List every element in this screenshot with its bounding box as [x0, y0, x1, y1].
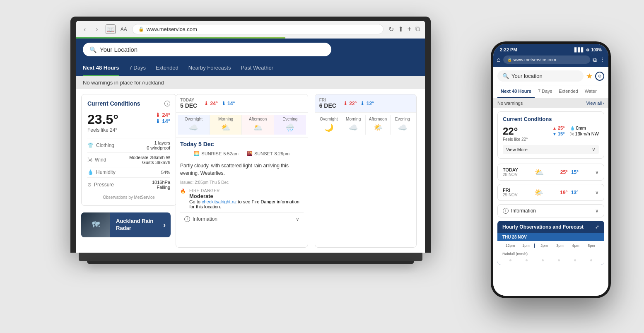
- sunset-time: 8:29pm: [275, 151, 290, 156]
- phone-fc-today-high: 25°: [560, 169, 568, 175]
- favorite-icon[interactable]: ★: [586, 72, 593, 81]
- hourly-dot-5: [567, 259, 583, 261]
- phone-tab-next-48[interactable]: Next 48 Hours: [497, 85, 535, 98]
- overnight-label: Overnight: [178, 117, 209, 121]
- phone-info-left: i Information: [503, 208, 536, 214]
- view-more-chevron: ∨: [592, 147, 596, 152]
- forward-button[interactable]: ›: [93, 25, 100, 34]
- sunrise-time: 5:52am: [223, 151, 239, 156]
- fri-periods: Overnight 🌙 Morning ☁️ Afte: [315, 112, 416, 137]
- back-button[interactable]: ‹: [81, 25, 88, 34]
- phone-hourly-expand-icon[interactable]: ⤢: [595, 224, 599, 230]
- bookmarks-button[interactable]: 📖: [106, 24, 116, 34]
- phone-hourly-title: Hourly Observations and Forecast: [502, 224, 584, 230]
- phone-tabs-icon[interactable]: ⧉: [593, 56, 597, 63]
- tabs-button[interactable]: ⧉: [415, 25, 420, 33]
- cc-high-temp: 🌡 24°: [155, 112, 170, 118]
- phone-search-icon: 🔍: [502, 73, 509, 79]
- cc-temperature: 23.5°: [87, 112, 118, 127]
- fri-date: 6 DEC: [319, 102, 336, 109]
- current-conditions-card: Current Conditions i 23.5° Feels like 24…: [81, 94, 176, 206]
- phone-fc-fri-icon: 🌤️: [534, 188, 543, 197]
- sunset-block: 🌇 SUNSET 8:29pm: [247, 151, 289, 156]
- cc-temp-block: 23.5° Feels like 24°: [87, 112, 118, 138]
- humidity-value: 54%: [161, 170, 170, 175]
- info-bar[interactable]: i Information ∨: [180, 212, 304, 225]
- wind-value: Moderate 28km/h W Gusts 39km/h: [129, 155, 170, 165]
- laptop-base: [79, 253, 422, 261]
- phone-search-bar[interactable]: 🔍 Your location: [497, 70, 584, 82]
- share-button[interactable]: ⬆: [398, 25, 403, 33]
- phone-forecast-fri[interactable]: FRI 29 NOV 🌤️ 19° 13° ∨: [497, 184, 604, 201]
- lock-icon: 🔒: [138, 27, 144, 32]
- fire-danger-label: FIRE DANGER: [189, 188, 304, 193]
- laptop-search-bar[interactable]: 🔍 Your Location: [83, 43, 331, 56]
- pressure-value: 1016hPa Falling: [152, 180, 170, 190]
- phone-forecast-today[interactable]: TODAY 28 NOV ⛅ 25° 15° ∨: [497, 164, 604, 181]
- phone-cc-title: Current Conditions: [503, 116, 599, 122]
- today-low: 🌡 14°: [221, 101, 235, 106]
- fire-danger-level: Moderate: [189, 193, 304, 199]
- fire-icon: 🔥: [180, 188, 186, 194]
- fri-forecast-card: FRI 6 DEC 🌡 22° 🌡 12°: [315, 94, 417, 248]
- sunrise-icon: 🌅: [194, 151, 200, 156]
- fri-high: 🌡 22°: [343, 101, 357, 106]
- radar-thumbnail: 🗺: [81, 212, 110, 237]
- browser-content: 🔍 Your Location Next 48 Hours 7 Days Ext…: [76, 39, 425, 253]
- tab-nearby-forecasts[interactable]: Nearby Forecasts: [188, 60, 231, 76]
- sunrise-block: 🌅 SUNRISE 5:52am: [194, 151, 239, 156]
- phone-url-bar[interactable]: 🔒 www.metservice.com: [503, 56, 590, 64]
- info-bar-left: i Information: [184, 216, 217, 222]
- metservice-header: 🔍 Your Location: [76, 39, 425, 60]
- fri-overnight-label: Overnight: [318, 117, 340, 121]
- radar-title: Auckland RainRadar: [116, 218, 153, 232]
- phone-fc-fri-expand[interactable]: ∨: [595, 190, 599, 195]
- phone-warning-bar: No warnings View all ›: [493, 98, 608, 108]
- phone-menu-icon[interactable]: ⋮: [599, 56, 605, 63]
- scene: ‹ › 📖 AA 🔒 www.metservice.com ↻ ⬆ + ⧉: [0, 0, 644, 333]
- tab-next-48-hours[interactable]: Next 48 Hours: [83, 60, 119, 76]
- phone-fc-today-expand[interactable]: ∨: [595, 169, 599, 175]
- tab-extended[interactable]: Extended: [156, 60, 178, 76]
- tab-7-days[interactable]: 7 Days: [129, 60, 145, 76]
- phone-tab-water[interactable]: Water: [581, 85, 600, 98]
- phone-wind: 🌬 13km/h NW: [570, 131, 599, 136]
- filter-icon[interactable]: ⊙: [595, 72, 604, 81]
- phone-fc-fri-temps: 19° 13°: [560, 190, 578, 195]
- radar-card[interactable]: 🗺 Auckland RainRadar ›: [81, 212, 171, 237]
- phone-fc-today-temps: 25° 15°: [560, 169, 579, 175]
- fire-link[interactable]: checkitsalright.nz: [202, 199, 236, 204]
- cc-temp-row: 23.5° Feels like 24° 🌡 24° 🌡 14°: [87, 112, 170, 138]
- tab-past-weather[interactable]: Past Weather: [241, 60, 273, 76]
- view-all-chevron: ›: [603, 101, 604, 106]
- view-more-button[interactable]: View More ∨: [503, 145, 599, 154]
- laptop-search-text: Your Location: [100, 46, 137, 53]
- phone-hour-12pm: 12pm: [502, 244, 518, 248]
- forecast-cards-row: TODAY 5 DEC 🌡 24° 🌡 14°: [176, 94, 420, 248]
- phone-current-conditions: Current Conditions 22° Feels like 22° ▲ …: [497, 111, 604, 159]
- fri-low: 🌡 12°: [360, 101, 374, 106]
- new-tab-button[interactable]: +: [408, 25, 411, 33]
- phone-hour-5pm: 5pm: [584, 244, 599, 248]
- phone-tab-extended[interactable]: Extended: [555, 85, 581, 98]
- sunrise-label: SUNRISE: [201, 151, 222, 156]
- phone-info-icon: i: [503, 208, 509, 214]
- phone-rainfall-label: Rainfall (mm/h): [497, 250, 604, 258]
- phone-search-text: Your location: [511, 73, 543, 79]
- fri-morning: Morning ☁️: [341, 115, 366, 135]
- fri-label-block: FRI 6 DEC: [319, 98, 336, 109]
- reload-button[interactable]: ↻: [388, 25, 394, 33]
- phone-info-bar[interactable]: i Information ∨: [497, 204, 604, 217]
- afternoon-label: Afternoon: [243, 117, 273, 121]
- laptop-main-content: Current Conditions i 23.5° Feels like 24…: [76, 89, 425, 253]
- view-all-button[interactable]: View all ›: [586, 101, 604, 106]
- period-overnight: Overnight ☁️: [178, 115, 210, 135]
- fri-evening: Evening ☁️: [391, 115, 415, 135]
- url-bar[interactable]: 🔒 www.metservice.com: [132, 24, 384, 34]
- phone-fc-fri-day: FRI: [503, 188, 518, 193]
- phone-info-chevron: ∨: [595, 208, 599, 214]
- phone-home-icon[interactable]: ⌂: [497, 56, 501, 63]
- phone-tab-7-days[interactable]: 7 Days: [535, 85, 555, 98]
- phone-cc-temp-block: 22° Feels like 22°: [503, 125, 528, 142]
- afternoon-icon: 🌥️: [243, 123, 273, 132]
